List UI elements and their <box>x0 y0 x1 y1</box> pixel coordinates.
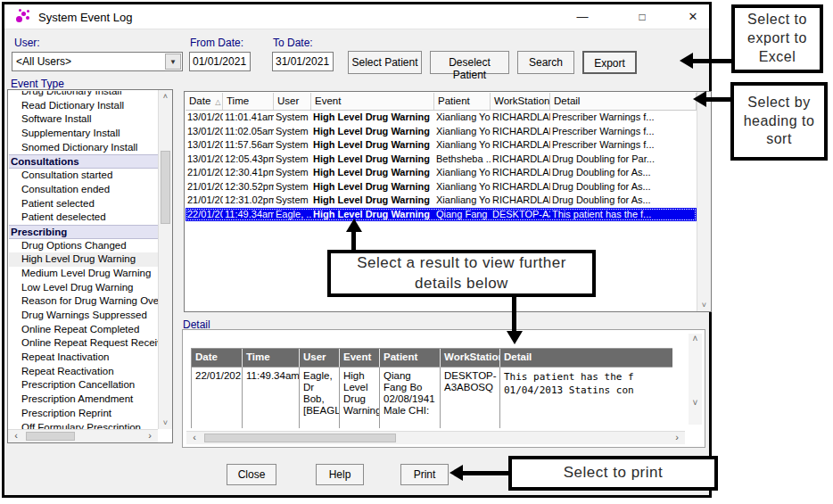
event-type-item[interactable]: Patient selected <box>9 197 158 211</box>
event-type-item[interactable]: Online Repeat Completed <box>9 323 158 337</box>
to-date-input[interactable] <box>272 52 334 71</box>
user-select-value: <All Users> <box>16 55 71 68</box>
close-icon[interactable]: ✕ <box>680 4 706 29</box>
event-row[interactable]: 21/01/202112:31.02pmSystem ...High Level… <box>186 194 697 208</box>
event-type-item[interactable]: Software Install <box>9 112 158 127</box>
detail-table: DateTimeUserEventPatientWorkStationDetai… <box>191 348 672 428</box>
column-header-detail[interactable]: Detail <box>550 93 697 110</box>
event-cell: Xianliang Yo... <box>434 180 491 194</box>
event-table-scrollbar[interactable]: ˄ ˅ <box>697 92 711 311</box>
chevron-down-icon[interactable]: ▼ <box>165 54 181 70</box>
scroll-right-icon[interactable]: › <box>671 432 683 444</box>
event-type-item[interactable]: Drug Options Changed <box>9 239 158 253</box>
deselect-patient-button[interactable]: Deselect Patient <box>430 51 509 74</box>
detail-column-header-user: User <box>300 349 340 368</box>
event-cell: Xianliang Yo... <box>434 194 491 208</box>
event-type-item[interactable]: Drug Dictionary Install <box>9 91 158 99</box>
scroll-down-icon[interactable]: ˅ <box>159 417 172 429</box>
scroll-up-icon[interactable]: ˄ <box>689 334 702 343</box>
callout-result-arrow-line <box>351 231 356 250</box>
from-date-input[interactable] <box>189 52 251 71</box>
event-type-group-header[interactable]: Consultations <box>9 154 158 169</box>
user-select[interactable]: <All Users> ▼ <box>12 52 183 71</box>
export-button[interactable]: Export <box>582 51 637 74</box>
event-type-item[interactable]: Supplementary Install <box>9 127 158 141</box>
detail-vertical-scrollbar[interactable]: ˄ ˅ <box>689 334 702 425</box>
scroll-up-icon[interactable]: ˄ <box>159 90 172 103</box>
event-type-item[interactable]: Prescription Amendment <box>9 392 158 407</box>
event-type-item[interactable]: Repeat Reactivation <box>9 365 158 379</box>
event-type-item[interactable]: Low Level Drug Warning <box>9 281 158 295</box>
event-type-item[interactable]: Consultation ended <box>9 183 158 197</box>
event-cell: Xianliang Yo... <box>434 125 491 139</box>
event-type-item[interactable]: Prescription Cancellation <box>9 378 158 392</box>
event-type-item[interactable]: Prescription Reprint <box>9 407 158 421</box>
column-header-workstation[interactable]: WorkStation <box>491 93 550 110</box>
minimize-icon[interactable]: — <box>569 4 596 29</box>
callout-export: Select to export to Excel <box>731 4 823 73</box>
column-header-time[interactable]: Time <box>223 93 274 110</box>
event-type-item[interactable]: Consultation started <box>9 169 158 183</box>
event-row[interactable]: 21/01/202112:30.41pmSystem ...High Level… <box>186 166 697 180</box>
event-cell: 11:01.41am <box>223 111 274 125</box>
event-type-horizontal-scrollbar[interactable]: ‹ › <box>8 429 158 442</box>
column-header-date[interactable]: Date△ <box>186 93 223 110</box>
event-row[interactable]: 21/01/202112:30.52pmSystem ...High Level… <box>186 180 697 194</box>
detail-panel: DateTimeUserEventPatientWorkStationDetai… <box>182 329 705 448</box>
event-type-item[interactable]: Reason for Drug Warning Overri <box>9 294 158 309</box>
event-cell: 12:05.43pm <box>223 153 274 167</box>
event-cell: High Level Drug Warning <box>311 194 434 208</box>
help-button[interactable]: Help <box>316 464 364 485</box>
event-type-item[interactable]: Online Repeat Request Receive <box>9 336 158 351</box>
event-row[interactable]: 13/01/202111:57.56amSystem ...High Level… <box>186 138 697 153</box>
column-header-user[interactable]: User <box>274 93 311 110</box>
event-type-item[interactable]: Patient deselected <box>9 211 158 225</box>
event-cell: Drug Doubling for As... <box>550 194 697 208</box>
event-row[interactable]: 13/01/202112:05.43pmSystem ...High Level… <box>186 153 697 167</box>
event-type-item[interactable]: Read Dictionary Install <box>9 99 158 113</box>
scroll-right-icon[interactable]: › <box>144 430 156 442</box>
event-cell: Eagle, ... <box>274 208 311 222</box>
scrollbar-thumb[interactable] <box>26 432 75 441</box>
event-cell: RICHARDLAP... <box>491 138 550 153</box>
detail-column-header-patient: Patient <box>380 349 441 368</box>
scroll-down-icon[interactable]: ˅ <box>697 299 711 311</box>
search-button[interactable]: Search <box>517 51 574 74</box>
event-cell: Xianliang Yo... <box>434 111 491 125</box>
event-row[interactable]: 13/01/202111:01.41amSystem ...High Level… <box>186 111 697 125</box>
event-type-group-header[interactable]: Prescribing <box>9 225 158 239</box>
event-type-item[interactable]: Medium Level Drug Warning <box>9 267 158 281</box>
event-cell: RICHARDLAP... <box>491 166 550 180</box>
event-type-item[interactable]: Drug Warnings Suppressed <box>9 309 158 323</box>
event-cell: 21/01/2021 <box>186 166 223 180</box>
event-cell: High Level Drug Warning <box>311 153 434 167</box>
scroll-left-icon[interactable]: ‹ <box>10 430 22 442</box>
event-cell: Xianliang Yo... <box>434 138 491 153</box>
scroll-down-icon[interactable]: ˅ <box>689 398 702 408</box>
title-bar: System Event Log — □ ✕ <box>4 4 709 29</box>
detail-horizontal-scrollbar[interactable]: ‹ › <box>186 431 685 444</box>
event-type-item[interactable]: Repeat Inactivation <box>9 351 158 365</box>
print-button[interactable]: Print <box>400 464 449 485</box>
event-cell: Qiang Fang ... <box>434 208 491 222</box>
event-type-item[interactable]: Off Formulary Prescription <box>9 421 158 430</box>
event-cell: 13/01/2021 <box>186 125 223 139</box>
event-row[interactable]: 13/01/202111:02.05amSystem ...High Level… <box>186 125 697 139</box>
scroll-left-icon[interactable]: ‹ <box>188 432 201 444</box>
event-cell: Drug Doubling for As... <box>550 166 697 180</box>
scrollbar-thumb[interactable] <box>161 151 170 224</box>
event-type-item[interactable]: High Level Drug Warning <box>9 252 158 267</box>
event-type-item[interactable]: Snomed Dictionary Install <box>9 141 158 155</box>
select-patient-button[interactable]: Select Patient <box>348 51 422 74</box>
scrollbar-thumb[interactable] <box>204 434 396 442</box>
close-button[interactable]: Close <box>227 464 276 485</box>
column-header-event[interactable]: Event <box>311 93 434 110</box>
event-type-vertical-scrollbar[interactable]: ˄ ˅ <box>158 90 172 429</box>
detail-cell: Qiang Fang Bo 02/08/1941 Male CHI: <box>380 368 441 428</box>
event-row[interactable]: 22/01/202111:49.34amEagle, ...High Level… <box>186 208 697 222</box>
detail-column-header-time: Time <box>243 349 300 368</box>
event-cell: This patient has the f... <box>550 208 697 222</box>
maximize-icon[interactable]: □ <box>629 4 656 29</box>
event-cell: System ... <box>274 194 311 208</box>
column-header-patient[interactable]: Patient <box>434 93 491 110</box>
